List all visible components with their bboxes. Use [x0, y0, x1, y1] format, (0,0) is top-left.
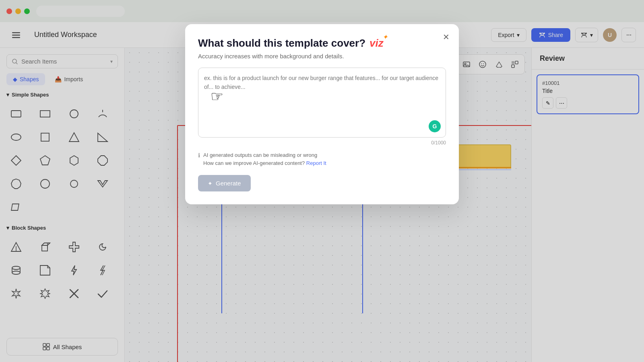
warning-icon: ℹ: [198, 152, 200, 158]
warning-text: AI generated outputs can be misleading o…: [203, 151, 326, 167]
sparkle-icon: ✦: [383, 34, 388, 40]
modal-brand-logo: viz✦: [369, 37, 384, 49]
ai-template-modal: ✕ What should this template cover? viz✦ …: [185, 24, 459, 204]
textarea-wrapper: ☞ G: [198, 68, 446, 138]
modal-warning: ℹ AI generated outputs can be misleading…: [198, 151, 446, 167]
grammarly-button[interactable]: G: [429, 120, 441, 132]
report-link[interactable]: Report It: [306, 160, 326, 166]
modal-subtitle: Accuracy increases with more background …: [198, 53, 446, 60]
modal-title-text: What should this template cover?: [198, 37, 365, 49]
generate-button[interactable]: ✦ Generate: [198, 175, 251, 191]
generate-label: Generate: [216, 180, 241, 187]
modal-title: What should this template cover? viz✦: [198, 37, 446, 49]
modal-overlay[interactable]: ✕ What should this template cover? viz✦ …: [0, 0, 644, 362]
generate-icon: ✦: [208, 180, 213, 187]
modal-close-button[interactable]: ✕: [440, 31, 452, 43]
template-textarea[interactable]: [204, 74, 440, 130]
modal-footer: ✦ Generate: [198, 175, 446, 191]
char-count: 0/1000: [198, 140, 446, 146]
